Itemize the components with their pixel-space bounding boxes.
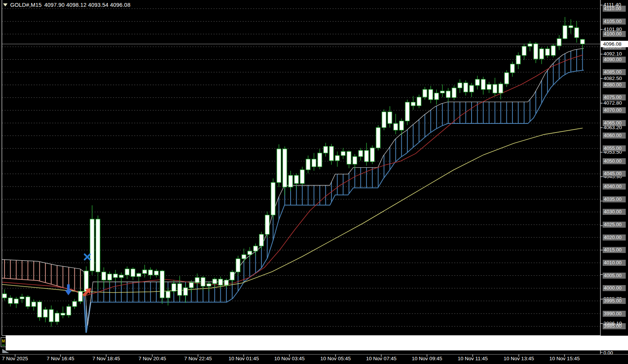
time-axis-label: 7 Nov 22:45: [184, 356, 212, 361]
close-x-icon: [85, 254, 90, 260]
price-axis-tick-label: 4111.40: [603, 2, 627, 8]
price-axis-grid-label: 4045.00: [603, 171, 626, 177]
candles: [3, 17, 585, 327]
price-axis-tick-label: 4072.80: [603, 100, 627, 106]
ohlc-readout: 4097.90 4098.12 4093.54 4096.08: [44, 2, 130, 8]
price-axis-grid-label: 4010.00: [603, 260, 626, 266]
price-axis-grid-label: 4050.00: [603, 158, 626, 164]
indicator-tab-glyph: M: [2, 339, 5, 343]
price-axis-grid-label: 3990.00: [603, 311, 626, 317]
price-axis-grid-label: 4055.00: [603, 145, 626, 151]
price-axis-grid-label: 4060.00: [603, 133, 626, 139]
time-axis-label: 10 Nov 15:45: [549, 356, 580, 361]
chart-canvas[interactable]: [0, 0, 628, 364]
price-axis-grid-label: 3995.00: [603, 298, 626, 304]
current-price-label: 4096.08: [601, 41, 628, 47]
time-axis-label: 10 Nov 07:45: [366, 356, 396, 361]
price-axis-grid-label: 4005.00: [603, 273, 626, 279]
mt4-chart-window: GOLD#,M15 4097.90 4098.12 4093.54 4096.0…: [0, 0, 628, 364]
time-axis-label: 7 Nov 20:45: [139, 356, 166, 361]
symbol-triangle-icon: [3, 3, 8, 6]
price-axis-tick-label: 4101.80: [603, 26, 627, 32]
indicator-subwindow[interactable]: [6, 336, 628, 350]
price-axis-grid-label: 4105.00: [603, 19, 626, 25]
time-axis-label: 10 Nov 11:45: [458, 356, 487, 361]
price-axis-grid-label: 4025.00: [603, 222, 626, 228]
price-axis-grid-label: 4075.00: [603, 94, 626, 100]
grid-lines: [2, 9, 600, 326]
price-axis-grid-label: 4035.00: [603, 196, 626, 202]
price-axis-grid-label: 4015.00: [603, 247, 626, 253]
price-axis-grid-label: 4085.00: [603, 69, 626, 75]
price-axis-tick-label: 3986.10: [603, 321, 627, 327]
price-axis-tick-label: 4092.10: [603, 51, 627, 57]
price-axis-grid-label: 4080.00: [603, 82, 626, 88]
chart-shift-triangle-icon[interactable]: [2, 349, 9, 353]
time-axis-label: 10 Nov 01:45: [229, 356, 259, 361]
price-axis-grid-label: 4000.00: [603, 285, 626, 291]
symbol-timeframe-label: GOLD#,M15: [10, 2, 42, 8]
indicator-tab-underline: [2, 345, 5, 345]
price-axis-grid-label: 4090.00: [603, 57, 626, 63]
price-axis-tick-label: 4082.50: [603, 76, 627, 82]
time-axis[interactable]: 7 Nov 20257 Nov 16:457 Nov 18:457 Nov 20…: [0, 355, 628, 364]
time-axis-label: 10 Nov 05:45: [320, 356, 351, 361]
time-axis-label: 10 Nov 03:45: [274, 356, 305, 361]
price-axis-grid-label: 4040.00: [603, 184, 626, 190]
price-axis-grid-label: 4030.00: [603, 209, 626, 215]
indicator-tab[interactable]: M: [1, 337, 6, 347]
time-axis-label: 10 Nov 09:45: [412, 356, 442, 361]
price-axis-grid-label: 4070.00: [603, 107, 626, 113]
time-axis-label: 10 Nov 13:45: [504, 356, 534, 361]
time-axis-label: 7 Nov 16:45: [47, 356, 74, 361]
chart-title: GOLD#,M15 4097.90 4098.12 4093.54 4096.0…: [3, 2, 130, 8]
price-axis-grid-label: 4020.00: [603, 234, 626, 241]
price-axis-tick-label: 4063.20: [603, 125, 627, 131]
time-axis-label: 7 Nov 2025: [2, 356, 28, 361]
ma-yellow-line: [2, 128, 583, 293]
time-axis-label: 7 Nov 18:45: [93, 356, 120, 361]
